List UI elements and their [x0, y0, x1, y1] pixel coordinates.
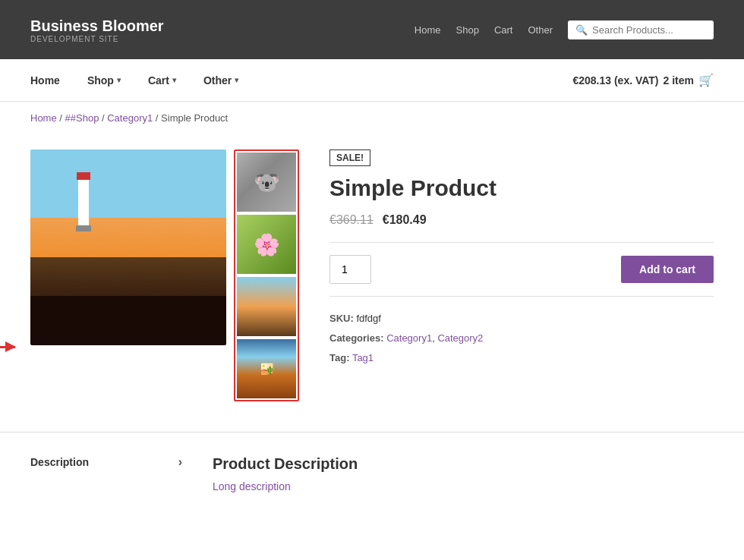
lighthouse-decoration: [76, 172, 91, 231]
cart-icon: 🛒: [698, 73, 714, 87]
product-meta: SKU: fdfdgf Categories: Category1, Categ…: [329, 309, 714, 368]
product-area: 🐨 🌸 🏜️ SALE! Simple Product €369.11 €180…: [0, 134, 744, 432]
sku-value: fdfdgf: [356, 313, 381, 324]
description-tab-label: Description ›: [30, 455, 182, 469]
category1-link[interactable]: Category1: [386, 332, 432, 344]
thumbnail-flower[interactable]: 🌸: [237, 215, 296, 274]
product-info: SALE! Simple Product €369.11 €180.49 1 A…: [329, 149, 714, 401]
product-title: Simple Product: [329, 175, 714, 201]
arrow-annotation: [0, 346, 15, 348]
thumbnail-koala[interactable]: 🐨: [237, 153, 296, 212]
main-nav-shop[interactable]: Shop ▾: [74, 74, 134, 87]
add-to-cart-button[interactable]: Add to cart: [621, 256, 714, 283]
top-nav-other[interactable]: Other: [528, 24, 553, 36]
cart-item-count: 2 item: [664, 74, 694, 87]
breadcrumb-shop[interactable]: ##Shop: [65, 112, 99, 124]
description-tab[interactable]: Description ›: [30, 455, 182, 492]
main-nav-cart[interactable]: Cart ▾: [134, 74, 190, 87]
category2-link[interactable]: Category2: [437, 332, 483, 344]
sale-badge: SALE!: [329, 149, 370, 166]
cart-summary: €208.13 (ex. VAT) 2 item 🛒: [572, 73, 714, 87]
breadcrumb-category1[interactable]: Category1: [107, 112, 153, 124]
divider-bottom: [329, 296, 714, 297]
site-subtitle: DEVELOPMENT SITE: [30, 35, 164, 43]
description-title: Product Description: [213, 455, 714, 473]
sku-label: SKU:: [329, 313, 354, 324]
thumbnail-column: 🐨 🌸 🏜️: [234, 149, 299, 401]
site-title: Business Bloomer: [30, 17, 164, 35]
main-nav-links: Home Shop ▾ Cart ▾ Other ▾: [30, 74, 252, 87]
tag1-link[interactable]: Tag1: [352, 352, 374, 363]
thumbnail-desert[interactable]: 🏜️: [237, 339, 296, 398]
top-bar: Business Bloomer DEVELOPMENT SITE Home S…: [0, 0, 744, 59]
tag-row: Tag: Tag1: [329, 348, 714, 368]
divider-top: [329, 242, 714, 243]
arrow-line: [0, 346, 15, 348]
thumbnail-landscape[interactable]: [237, 277, 296, 336]
product-gallery: 🐨 🌸 🏜️: [30, 149, 299, 401]
site-logo: Business Bloomer DEVELOPMENT SITE: [30, 17, 164, 43]
top-nav-home[interactable]: Home: [415, 24, 441, 36]
other-dropdown-arrow: ▾: [235, 76, 238, 84]
description-text: Long description: [213, 480, 714, 492]
shop-dropdown-arrow: ▾: [117, 76, 121, 84]
new-price: €180.49: [383, 213, 427, 226]
main-product-image[interactable]: [30, 149, 226, 345]
cart-dropdown-arrow: ▾: [172, 76, 176, 84]
top-nav-shop[interactable]: Shop: [456, 24, 479, 36]
categories-row: Categories: Category1, Category2: [329, 329, 714, 348]
top-nav: Home Shop Cart Other 🔍: [415, 20, 714, 39]
add-to-cart-row: 1 Add to cart: [329, 255, 714, 284]
bottom-section: Description › Product Description Long d…: [0, 432, 744, 515]
sku-row: SKU: fdfdgf: [329, 309, 714, 329]
search-input[interactable]: [592, 24, 706, 36]
main-nav: Home Shop ▾ Cart ▾ Other ▾ €208.13 (ex. …: [0, 59, 744, 102]
main-nav-other[interactable]: Other ▾: [190, 74, 252, 87]
description-label: Description: [30, 456, 89, 468]
search-box: 🔍: [568, 20, 714, 39]
search-icon: 🔍: [575, 24, 588, 36]
breadcrumb-current: Simple Product: [161, 112, 228, 124]
quantity-input[interactable]: 1: [329, 255, 371, 284]
old-price: €369.11: [329, 213, 374, 226]
main-nav-home[interactable]: Home: [30, 74, 74, 87]
tag-label: Tag:: [329, 352, 349, 363]
breadcrumb-home[interactable]: Home: [30, 112, 57, 124]
cart-price: €208.13 (ex. VAT): [572, 74, 658, 87]
breadcrumb: Home / ##Shop / Category1 / Simple Produ…: [0, 102, 744, 134]
description-content: Product Description Long description: [213, 455, 714, 492]
price-group: €369.11 €180.49: [329, 213, 714, 227]
chevron-right-icon: ›: [178, 455, 182, 469]
top-nav-cart[interactable]: Cart: [494, 24, 513, 36]
categories-label: Categories:: [329, 332, 384, 344]
